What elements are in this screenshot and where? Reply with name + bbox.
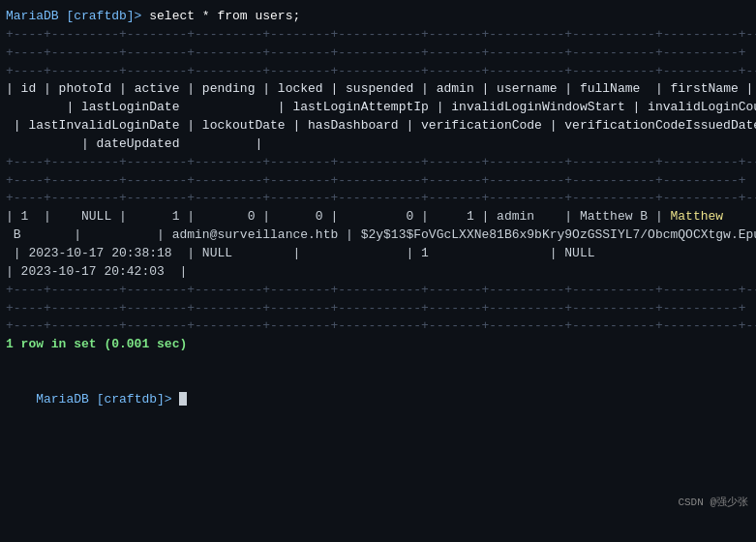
sep-8: +----+---------+--------+---------+-----… [6,300,750,318]
header-row-2: | lastLoginDate | lastLoginAttemptIp | i… [6,99,750,117]
data-row-4: | 2023-10-17 20:42:03 | [6,263,750,282]
data-row-1: | 1 | NULL | 1 | 0 | 0 | 0 | 1 | admin |… [6,208,750,226]
header-row-3: | lastInvalidLoginDate | lockoutDate | h… [6,117,750,136]
sep-5: +----+---------+--------+---------+-----… [6,172,750,191]
sep-3: +----+---------+--------+---------+-----… [6,63,750,81]
sep-6: +----+---------+--------+---------+-----… [6,190,750,208]
new-prompt: MariaDB [craftdb]> [36,392,179,406]
data-row-3: | 2023-10-17 20:38:18 | NULL | | 1 | NUL… [6,245,750,263]
blank-line [6,354,750,373]
result-line: 1 row in set (0.001 sec) [6,336,750,354]
terminal: MariaDB [craftdb]> select * from users; … [0,0,756,542]
sep-1: +----+---------+--------+---------+-----… [6,26,750,45]
header-row-1: | id | photoId | active | pending | lock… [6,80,750,99]
sep-4: +----+---------+--------+---------+-----… [6,154,750,172]
watermark: CSDN @强少张 [678,495,748,509]
new-prompt-line: MariaDB [craftdb]> [6,373,750,428]
command-line: MariaDB [craftdb]> select * from users; [6,8,750,26]
header-row-4: | dateUpdated | [6,136,750,154]
sep-7: +----+---------+--------+---------+-----… [6,282,750,300]
sep-2: +----+---------+--------+---------+-----… [6,45,750,63]
prompt-text: MariaDB [craftdb]> [6,9,141,23]
cursor [179,392,187,406]
sep-9: +----+---------+--------+---------+-----… [6,317,750,336]
data-row-2: B | | admin@surveillance.htb | $2y$13$Fo… [6,226,750,245]
